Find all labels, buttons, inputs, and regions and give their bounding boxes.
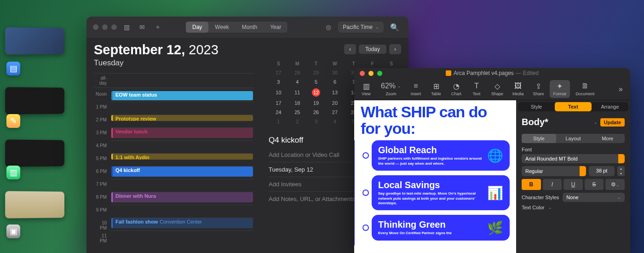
inbox-icon[interactable]: ✉ [136, 23, 148, 32]
globe-icon: 🌐 [487, 145, 503, 166]
tab-style[interactable]: Style [518, 102, 555, 111]
shape-button[interactable]: ◇Shape [488, 82, 507, 96]
pages-window: Arca Pamphlet v4.pages — Edited ▥View 62… [354, 68, 630, 253]
event-eow[interactable]: EOW team status [111, 91, 253, 100]
document-filename: Arca Pamphlet v4.pages [454, 70, 514, 76]
character-styles-label: Character Styles [522, 195, 559, 200]
allday-row: all-day [94, 73, 254, 88]
inspector-subtabs: Style Layout More [522, 134, 625, 143]
zoom-button[interactable]: 62% ⌄Zoom [377, 82, 405, 96]
calendars-toggle-icon[interactable]: ▥ [121, 23, 132, 32]
document-button[interactable]: 🗎Document [572, 82, 598, 96]
font-style-select[interactable]: Regular [522, 166, 586, 176]
format-button[interactable]: ✦Format [550, 80, 570, 98]
view-button[interactable]: ▥View [357, 82, 375, 96]
event-q4[interactable]: Q4 kickoff [111, 167, 253, 177]
italic-button[interactable]: I [543, 179, 562, 190]
font-size-field[interactable]: 38 pt [589, 166, 615, 176]
font-label: Font [522, 147, 625, 152]
next-day-button[interactable]: › [389, 44, 401, 54]
update-style-button[interactable]: Update [600, 118, 625, 126]
font-options-button[interactable]: ⚙⌄ [605, 179, 625, 190]
today-button[interactable]: Today [359, 45, 386, 54]
subtab-layout[interactable]: Layout [556, 134, 591, 143]
media-button[interactable]: 🖼Media [509, 82, 528, 96]
weekday-label: Tuesday [94, 58, 254, 68]
doc-card-global[interactable]: Global ReachSHIP partners with fulfillme… [372, 140, 510, 171]
document-status: Edited [523, 70, 539, 76]
view-icon: ▥ [363, 82, 370, 90]
strike-button[interactable]: S [585, 179, 604, 190]
keynote-app-icon[interactable]: ▤ [6, 62, 20, 75]
view-year[interactable]: Year [264, 22, 288, 33]
media-icon: 🖼 [514, 82, 522, 90]
insert-button[interactable]: ≡Insert [407, 82, 425, 96]
document-icon: 🗎 [581, 82, 589, 90]
availability-icon[interactable]: ◎ [322, 23, 334, 32]
date-title: September 12, 2023 [94, 42, 254, 58]
underline-button[interactable]: U [564, 179, 583, 190]
app-thumb-keynote[interactable] [5, 27, 64, 54]
text-button[interactable]: TText [467, 82, 486, 96]
view-day[interactable]: Day [186, 22, 208, 33]
subtab-style[interactable]: Style [522, 134, 556, 143]
timezone-select[interactable]: Pacific Time⌄ [338, 22, 384, 33]
pages-toolbar: ▥View 62% ⌄Zoom ≡Insert ⊞Table ◔Chart TT… [354, 78, 630, 100]
chevron-down-icon[interactable]: ⌄ [548, 205, 552, 210]
font-size-stepper[interactable]: ▲▼ [617, 166, 625, 176]
app-thumb-preview[interactable] [5, 191, 64, 218]
font-family-select[interactable]: Arial Rounded MT Bold [522, 154, 625, 163]
traffic-lights[interactable] [93, 24, 117, 30]
view-month[interactable]: Month [236, 22, 264, 33]
traffic-lights[interactable] [360, 71, 382, 76]
text-icon: T [474, 82, 479, 90]
paragraph-style-name[interactable]: Body* [522, 117, 591, 127]
doc-title-text[interactable]: What SHIP can do for you: [361, 104, 510, 137]
barchart-icon: 📊 [487, 180, 503, 206]
format-icon: ✦ [557, 82, 563, 90]
subtab-more[interactable]: More [590, 134, 625, 143]
view-segment: Day Week Month Year [186, 22, 288, 33]
table-button[interactable]: ⊞Table [427, 82, 445, 96]
doc-card-local[interactable]: Local SavingsSay goodbye to last-mile ma… [372, 175, 510, 210]
event-prototype[interactable]: Prototype review [111, 115, 253, 121]
leaf-icon: 🌿 [487, 219, 503, 236]
add-event-icon[interactable]: ＋ [152, 23, 164, 32]
bold-button[interactable]: B [522, 179, 541, 190]
document-icon [446, 70, 451, 76]
doc-card-green[interactable]: Thinking GreenEvery Move On Certified Pa… [372, 215, 510, 240]
character-styles-select[interactable]: None⌄ [563, 193, 625, 202]
table-icon: ⊞ [433, 82, 439, 90]
day-view-column: September 12, 2023 Tuesday all-day Noon … [86, 38, 261, 253]
chart-icon: ◔ [453, 82, 460, 90]
event-fashion[interactable]: Fall fashion showConvention Center [111, 218, 253, 228]
calendar-toolbar: ▥ ✉ ＋ Day Week Month Year ◎ Pacific Time… [86, 17, 408, 38]
document-canvas[interactable]: What SHIP can do for you: Global ReachSH… [354, 100, 516, 253]
search-icon[interactable]: 🔍 [387, 23, 402, 32]
prev-day-button[interactable]: ‹ [344, 44, 356, 54]
numbers-app-icon[interactable]: ▥ [6, 166, 20, 179]
chevron-down-icon[interactable]: ⌄ [594, 120, 598, 125]
preview-app-icon[interactable]: ▣ [6, 224, 20, 238]
format-inspector: Style Text Arrange Body* ⌄ Update Style … [516, 100, 630, 253]
shape-icon: ◇ [494, 82, 500, 90]
app-thumb-notes[interactable] [5, 87, 64, 114]
tab-arrange[interactable]: Arrange [592, 102, 628, 111]
event-dinner[interactable]: Dinner with Nura [111, 192, 253, 202]
chart-button[interactable]: ◔Chart [447, 82, 466, 96]
pages-titlebar: Arca Pamphlet v4.pages — Edited [354, 68, 630, 78]
tab-text[interactable]: Text [555, 102, 592, 111]
overflow-icon[interactable]: » [614, 85, 627, 93]
share-button[interactable]: ⇪Share [529, 82, 548, 96]
text-color-label: Text Color [522, 205, 545, 210]
notes-app-icon[interactable]: ✎ [6, 114, 20, 128]
hour-grid: Noon EOW team status 1 PM 2 PM Prototype… [94, 89, 254, 243]
share-icon: ⇪ [535, 82, 541, 90]
insert-icon: ≡ [414, 82, 418, 90]
app-thumb-numbers[interactable] [5, 139, 64, 167]
event-1on1[interactable]: 1:1 with Aydin [111, 154, 253, 160]
view-week[interactable]: Week [208, 22, 235, 33]
inspector-tabs: Style Text Arrange [518, 102, 628, 111]
event-vendor[interactable]: Vendor lunch [111, 128, 253, 138]
